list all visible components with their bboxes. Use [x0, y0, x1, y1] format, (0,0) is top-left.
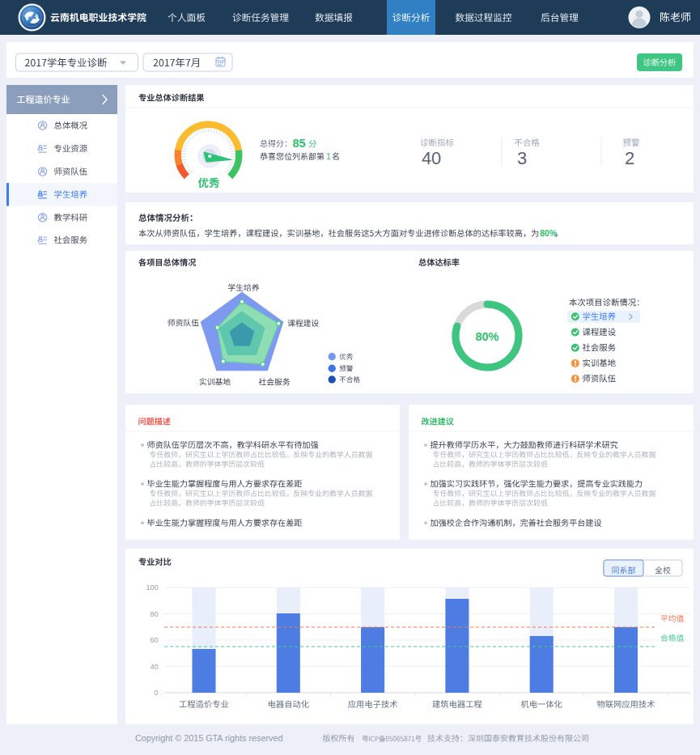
svg-text:40: 40 [150, 663, 158, 671]
svg-text:80: 80 [150, 610, 158, 618]
svg-text:100: 100 [146, 583, 158, 592]
svg-text:0: 0 [154, 689, 158, 697]
svg-text:3: 3 [517, 148, 527, 168]
svg-text:80%: 80% [475, 330, 498, 343]
svg-text:Copyright © 2015 GTA rights re: Copyright © 2015 GTA rights reserved [135, 733, 282, 743]
svg-text:85: 85 [293, 137, 306, 150]
svg-text:80%: 80% [540, 228, 558, 238]
svg-text:40: 40 [422, 148, 441, 168]
svg-text:2: 2 [625, 148, 634, 168]
svg-text:1: 1 [326, 151, 331, 161]
svg-text:60: 60 [150, 636, 158, 644]
